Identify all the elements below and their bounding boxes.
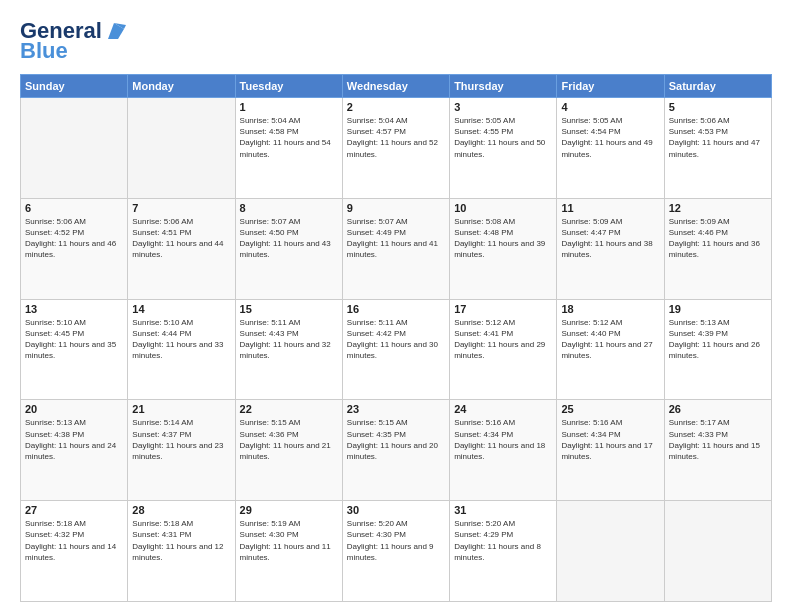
calendar-day-cell: 30 Sunrise: 5:20 AM Sunset: 4:30 PM Dayl…	[342, 501, 449, 602]
day-info: Sunrise: 5:15 AM Sunset: 4:36 PM Dayligh…	[240, 417, 338, 462]
day-number: 20	[25, 403, 123, 415]
day-info: Sunrise: 5:12 AM Sunset: 4:41 PM Dayligh…	[454, 317, 552, 362]
calendar-week-row: 27 Sunrise: 5:18 AM Sunset: 4:32 PM Dayl…	[21, 501, 772, 602]
calendar-week-row: 6 Sunrise: 5:06 AM Sunset: 4:52 PM Dayli…	[21, 198, 772, 299]
weekday-cell: Tuesday	[235, 75, 342, 98]
day-info: Sunrise: 5:07 AM Sunset: 4:50 PM Dayligh…	[240, 216, 338, 261]
calendar-day-cell: 19 Sunrise: 5:13 AM Sunset: 4:39 PM Dayl…	[664, 299, 771, 400]
day-info: Sunrise: 5:14 AM Sunset: 4:37 PM Dayligh…	[132, 417, 230, 462]
day-info: Sunrise: 5:04 AM Sunset: 4:57 PM Dayligh…	[347, 115, 445, 160]
calendar-day-cell: 11 Sunrise: 5:09 AM Sunset: 4:47 PM Dayl…	[557, 198, 664, 299]
calendar-day-cell	[128, 98, 235, 199]
day-info: Sunrise: 5:10 AM Sunset: 4:44 PM Dayligh…	[132, 317, 230, 362]
day-info: Sunrise: 5:04 AM Sunset: 4:58 PM Dayligh…	[240, 115, 338, 160]
calendar-day-cell: 15 Sunrise: 5:11 AM Sunset: 4:43 PM Dayl…	[235, 299, 342, 400]
day-number: 14	[132, 303, 230, 315]
calendar-day-cell: 6 Sunrise: 5:06 AM Sunset: 4:52 PM Dayli…	[21, 198, 128, 299]
calendar-day-cell	[664, 501, 771, 602]
day-number: 12	[669, 202, 767, 214]
day-info: Sunrise: 5:12 AM Sunset: 4:40 PM Dayligh…	[561, 317, 659, 362]
day-info: Sunrise: 5:13 AM Sunset: 4:39 PM Dayligh…	[669, 317, 767, 362]
calendar-day-cell: 10 Sunrise: 5:08 AM Sunset: 4:48 PM Dayl…	[450, 198, 557, 299]
calendar-day-cell: 20 Sunrise: 5:13 AM Sunset: 4:38 PM Dayl…	[21, 400, 128, 501]
day-info: Sunrise: 5:07 AM Sunset: 4:49 PM Dayligh…	[347, 216, 445, 261]
day-number: 31	[454, 504, 552, 516]
day-info: Sunrise: 5:11 AM Sunset: 4:42 PM Dayligh…	[347, 317, 445, 362]
day-number: 4	[561, 101, 659, 113]
calendar-day-cell: 13 Sunrise: 5:10 AM Sunset: 4:45 PM Dayl…	[21, 299, 128, 400]
calendar-day-cell: 29 Sunrise: 5:19 AM Sunset: 4:30 PM Dayl…	[235, 501, 342, 602]
calendar-table: SundayMondayTuesdayWednesdayThursdayFrid…	[20, 74, 772, 602]
calendar-day-cell	[21, 98, 128, 199]
day-info: Sunrise: 5:13 AM Sunset: 4:38 PM Dayligh…	[25, 417, 123, 462]
logo: General Blue	[20, 18, 126, 64]
calendar-day-cell: 8 Sunrise: 5:07 AM Sunset: 4:50 PM Dayli…	[235, 198, 342, 299]
calendar-day-cell: 17 Sunrise: 5:12 AM Sunset: 4:41 PM Dayl…	[450, 299, 557, 400]
day-number: 11	[561, 202, 659, 214]
calendar-day-cell: 9 Sunrise: 5:07 AM Sunset: 4:49 PM Dayli…	[342, 198, 449, 299]
day-info: Sunrise: 5:17 AM Sunset: 4:33 PM Dayligh…	[669, 417, 767, 462]
weekday-cell: Sunday	[21, 75, 128, 98]
day-number: 5	[669, 101, 767, 113]
weekday-cell: Thursday	[450, 75, 557, 98]
day-number: 27	[25, 504, 123, 516]
day-number: 6	[25, 202, 123, 214]
calendar-day-cell	[557, 501, 664, 602]
calendar-week-row: 1 Sunrise: 5:04 AM Sunset: 4:58 PM Dayli…	[21, 98, 772, 199]
day-number: 9	[347, 202, 445, 214]
day-number: 24	[454, 403, 552, 415]
weekday-cell: Saturday	[664, 75, 771, 98]
calendar-day-cell: 26 Sunrise: 5:17 AM Sunset: 4:33 PM Dayl…	[664, 400, 771, 501]
weekday-cell: Monday	[128, 75, 235, 98]
day-number: 23	[347, 403, 445, 415]
day-number: 3	[454, 101, 552, 113]
calendar-day-cell: 27 Sunrise: 5:18 AM Sunset: 4:32 PM Dayl…	[21, 501, 128, 602]
calendar-day-cell: 5 Sunrise: 5:06 AM Sunset: 4:53 PM Dayli…	[664, 98, 771, 199]
day-info: Sunrise: 5:19 AM Sunset: 4:30 PM Dayligh…	[240, 518, 338, 563]
day-info: Sunrise: 5:15 AM Sunset: 4:35 PM Dayligh…	[347, 417, 445, 462]
calendar-day-cell: 28 Sunrise: 5:18 AM Sunset: 4:31 PM Dayl…	[128, 501, 235, 602]
day-number: 21	[132, 403, 230, 415]
day-info: Sunrise: 5:20 AM Sunset: 4:29 PM Dayligh…	[454, 518, 552, 563]
day-number: 16	[347, 303, 445, 315]
day-number: 17	[454, 303, 552, 315]
logo-blue: Blue	[20, 38, 68, 64]
calendar-day-cell: 23 Sunrise: 5:15 AM Sunset: 4:35 PM Dayl…	[342, 400, 449, 501]
day-info: Sunrise: 5:20 AM Sunset: 4:30 PM Dayligh…	[347, 518, 445, 563]
day-number: 22	[240, 403, 338, 415]
calendar-day-cell: 4 Sunrise: 5:05 AM Sunset: 4:54 PM Dayli…	[557, 98, 664, 199]
calendar-day-cell: 21 Sunrise: 5:14 AM Sunset: 4:37 PM Dayl…	[128, 400, 235, 501]
day-number: 13	[25, 303, 123, 315]
day-info: Sunrise: 5:05 AM Sunset: 4:55 PM Dayligh…	[454, 115, 552, 160]
calendar-day-cell: 3 Sunrise: 5:05 AM Sunset: 4:55 PM Dayli…	[450, 98, 557, 199]
day-info: Sunrise: 5:05 AM Sunset: 4:54 PM Dayligh…	[561, 115, 659, 160]
day-number: 30	[347, 504, 445, 516]
header: General Blue	[20, 18, 772, 64]
calendar-day-cell: 31 Sunrise: 5:20 AM Sunset: 4:29 PM Dayl…	[450, 501, 557, 602]
day-info: Sunrise: 5:09 AM Sunset: 4:46 PM Dayligh…	[669, 216, 767, 261]
day-info: Sunrise: 5:06 AM Sunset: 4:51 PM Dayligh…	[132, 216, 230, 261]
weekday-cell: Friday	[557, 75, 664, 98]
day-info: Sunrise: 5:18 AM Sunset: 4:32 PM Dayligh…	[25, 518, 123, 563]
page: General Blue SundayMondayTuesdayWednesda…	[0, 0, 792, 612]
day-number: 18	[561, 303, 659, 315]
day-number: 10	[454, 202, 552, 214]
calendar-day-cell: 1 Sunrise: 5:04 AM Sunset: 4:58 PM Dayli…	[235, 98, 342, 199]
calendar-day-cell: 2 Sunrise: 5:04 AM Sunset: 4:57 PM Dayli…	[342, 98, 449, 199]
day-info: Sunrise: 5:06 AM Sunset: 4:53 PM Dayligh…	[669, 115, 767, 160]
calendar-body: 1 Sunrise: 5:04 AM Sunset: 4:58 PM Dayli…	[21, 98, 772, 602]
calendar-day-cell: 12 Sunrise: 5:09 AM Sunset: 4:46 PM Dayl…	[664, 198, 771, 299]
day-number: 15	[240, 303, 338, 315]
calendar-day-cell: 22 Sunrise: 5:15 AM Sunset: 4:36 PM Dayl…	[235, 400, 342, 501]
calendar-day-cell: 25 Sunrise: 5:16 AM Sunset: 4:34 PM Dayl…	[557, 400, 664, 501]
calendar-day-cell: 7 Sunrise: 5:06 AM Sunset: 4:51 PM Dayli…	[128, 198, 235, 299]
day-number: 7	[132, 202, 230, 214]
day-info: Sunrise: 5:16 AM Sunset: 4:34 PM Dayligh…	[454, 417, 552, 462]
calendar-day-cell: 14 Sunrise: 5:10 AM Sunset: 4:44 PM Dayl…	[128, 299, 235, 400]
calendar-day-cell: 16 Sunrise: 5:11 AM Sunset: 4:42 PM Dayl…	[342, 299, 449, 400]
calendar-week-row: 13 Sunrise: 5:10 AM Sunset: 4:45 PM Dayl…	[21, 299, 772, 400]
day-number: 8	[240, 202, 338, 214]
day-info: Sunrise: 5:06 AM Sunset: 4:52 PM Dayligh…	[25, 216, 123, 261]
calendar-day-cell: 24 Sunrise: 5:16 AM Sunset: 4:34 PM Dayl…	[450, 400, 557, 501]
day-info: Sunrise: 5:16 AM Sunset: 4:34 PM Dayligh…	[561, 417, 659, 462]
